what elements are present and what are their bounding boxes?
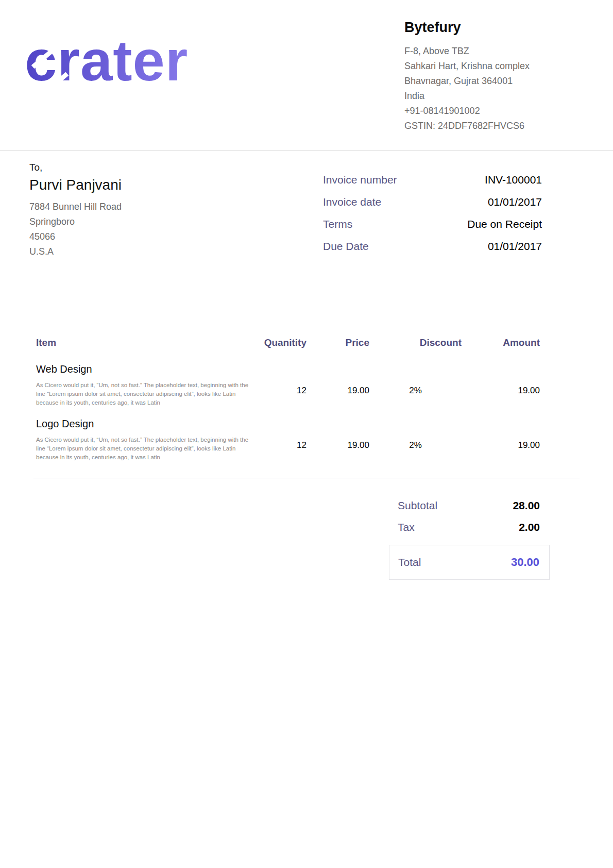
company-address-line: Sahkari Hart, Krishna complex	[404, 59, 600, 74]
total-value: 30.00	[511, 556, 539, 569]
invoice-number-label: Invoice number	[323, 172, 397, 188]
item-amount: 19.00	[462, 416, 540, 462]
company-name: Bytefury	[404, 20, 600, 36]
company-address-line: F-8, Above TBZ	[404, 44, 600, 59]
due-date-value: 01/01/2017	[488, 239, 542, 254]
tax-value: 2.00	[519, 521, 540, 533]
column-header-amount: Amount	[462, 336, 540, 349]
terms-label: Terms	[323, 216, 352, 232]
invoice-page: crater Bytefury F-8, Above TBZ Sahkari H…	[0, 0, 613, 868]
item-discount: 2%	[369, 362, 462, 407]
table-row: Logo Design As Cicero would put it, “Um,…	[33, 416, 540, 462]
tax-row: Tax 2.00	[389, 516, 550, 538]
items-divider	[33, 478, 580, 478]
customer-address-line: 7884 Bunnel Hill Road	[29, 199, 246, 214]
company-gstin: GSTIN: 24DDF7682FHVCS6	[404, 119, 600, 133]
crater-logo: crater	[25, 32, 257, 99]
total-label: Total	[398, 556, 421, 569]
invoice-header: crater Bytefury F-8, Above TBZ Sahkari H…	[0, 0, 613, 151]
customer-name: Purvi Panjvani	[29, 177, 246, 193]
column-header-quantity: Quanitity	[250, 336, 306, 349]
company-info: Bytefury F-8, Above TBZ Sahkari Hart, Kr…	[404, 20, 600, 133]
invoice-date-value: 01/01/2017	[488, 194, 542, 210]
item-quantity: 12	[250, 362, 306, 407]
terms-value: Due on Receipt	[467, 216, 542, 232]
company-address-line: Bhavnagar, Gujrat 364001	[404, 74, 600, 89]
item-name: Logo Design	[33, 416, 250, 431]
crater-logo-text: crater	[25, 28, 188, 93]
item-name: Web Design	[33, 362, 250, 376]
invoice-meta-section: Invoice number INV-100001 Invoice date 0…	[323, 172, 542, 261]
totals-section: Subtotal 28.00 Tax 2.00 Total 30.00	[389, 495, 550, 580]
invoice-number-value: INV-100001	[485, 172, 542, 188]
bill-to-section: To, Purvi Panjvani 7884 Bunnel Hill Road…	[29, 162, 246, 259]
item-description: As Cicero would put it, “Um, not so fast…	[33, 436, 250, 462]
subtotal-row: Subtotal 28.00	[389, 495, 550, 516]
subtotal-value: 28.00	[513, 499, 540, 512]
invoice-date-label: Invoice date	[323, 194, 381, 210]
item-cell: Web Design As Cicero would put it, “Um, …	[33, 362, 250, 407]
column-header-price: Price	[306, 336, 369, 349]
tax-label: Tax	[398, 521, 415, 533]
terms-row: Terms Due on Receipt	[323, 216, 542, 232]
total-box: Total 30.00	[389, 545, 550, 580]
bill-to-label: To,	[29, 162, 246, 173]
customer-address-line: U.S.A	[29, 244, 246, 259]
item-description: As Cicero would put it, “Um, not so fast…	[33, 381, 250, 407]
item-amount: 19.00	[462, 362, 540, 407]
company-address-line: India	[404, 89, 600, 104]
invoice-date-row: Invoice date 01/01/2017	[323, 194, 542, 210]
customer-address-line: 45066	[29, 229, 246, 244]
item-price: 19.00	[306, 362, 369, 407]
due-date-row: Due Date 01/01/2017	[323, 239, 542, 254]
subtotal-label: Subtotal	[398, 499, 437, 512]
invoice-number-row: Invoice number INV-100001	[323, 172, 542, 188]
company-phone: +91-08141901002	[404, 104, 600, 119]
column-header-item: Item	[33, 336, 250, 349]
item-price: 19.00	[306, 416, 369, 462]
items-table-header: Item Quanitity Price Discount Amount	[33, 336, 540, 349]
due-date-label: Due Date	[323, 239, 369, 254]
item-discount: 2%	[369, 416, 462, 462]
table-row: Web Design As Cicero would put it, “Um, …	[33, 362, 540, 407]
customer-address-line: Springboro	[29, 214, 246, 229]
column-header-discount: Discount	[369, 336, 462, 349]
item-quantity: 12	[250, 416, 306, 462]
item-cell: Logo Design As Cicero would put it, “Um,…	[33, 416, 250, 462]
items-table: Item Quanitity Price Discount Amount Web…	[33, 336, 540, 462]
